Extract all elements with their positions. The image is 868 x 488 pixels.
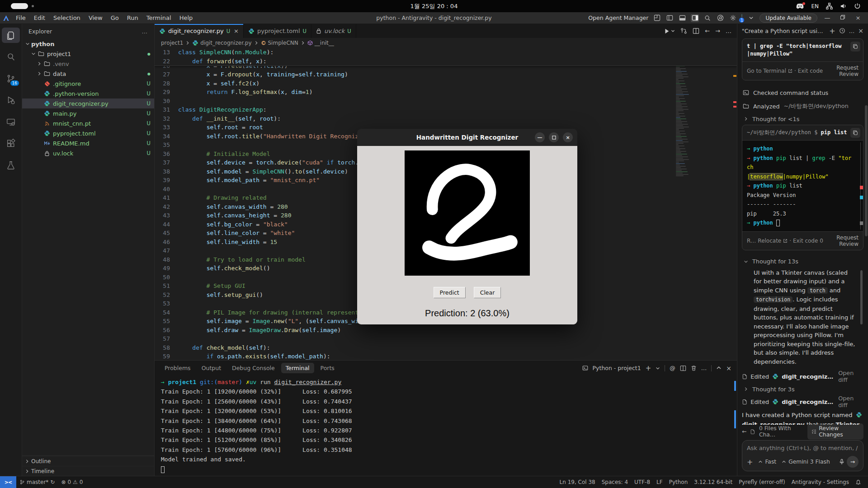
menu-selection[interactable]: Selection: [49, 14, 85, 23]
status-3-12-12-64-bit[interactable]: 3.12.12 64-bit: [691, 479, 736, 485]
status-spaces-4[interactable]: Spaces: 4: [599, 479, 631, 485]
section-outline[interactable]: Outline: [22, 456, 154, 466]
thought-row[interactable]: Thought for <1s: [742, 113, 863, 125]
tree-item-.gitignore[interactable]: .gitignoreU: [22, 79, 154, 89]
tree-item-mnist_cnn.pt[interactable]: mnist_cnn.ptU: [22, 118, 154, 128]
tree-item-main.py[interactable]: main.pyU: [22, 108, 154, 118]
compare-changes-icon[interactable]: [680, 28, 687, 34]
remote-indicator[interactable]: ><: [0, 476, 16, 488]
relocate-link[interactable]: Relocate: [758, 238, 781, 244]
panel-more-icon[interactable]: …: [701, 365, 707, 371]
git-branch-item[interactable]: master* ↻: [16, 476, 58, 488]
terminal-output[interactable]: → project1 git:(master) ✗uv run digit_re…: [155, 375, 737, 474]
dialog-maximize-button[interactable]: [549, 132, 559, 142]
tree-item-digit_recognizer.py[interactable]: digit_recognizer.pyU: [22, 99, 154, 108]
files-changed-label[interactable]: 0 Files With Cha…: [759, 425, 804, 438]
at-icon[interactable]: @: [670, 365, 675, 371]
toggle-right-sidebar-icon[interactable]: [691, 14, 699, 22]
navigate-back-icon[interactable]: ←: [705, 28, 710, 34]
tab-uv.lock[interactable]: uv.lockU: [311, 24, 356, 38]
edited-file-row[interactable]: Edited digit_recognizer.py Open diff: [742, 370, 863, 383]
split-editor-icon[interactable]: [693, 28, 699, 34]
tree-item-python[interactable]: python: [22, 39, 154, 49]
dialog-minimize-button[interactable]: —: [535, 132, 545, 142]
explorer-more-icon[interactable]: …: [142, 28, 148, 35]
menu-edit[interactable]: Edit: [30, 14, 49, 23]
mic-icon[interactable]: [839, 459, 845, 465]
panel-tab-terminal[interactable]: Terminal: [281, 363, 314, 373]
discord-icon[interactable]: [796, 3, 804, 9]
search-icon[interactable]: [703, 14, 712, 22]
section-timeline[interactable]: Timeline: [22, 466, 154, 476]
keyboard-layout[interactable]: EN: [811, 3, 819, 9]
breadcrumb-__init__[interactable]: __init__: [307, 40, 334, 46]
breadcrumb-project1[interactable]: project1: [161, 40, 183, 46]
terminal-profile-label[interactable]: Python - project1: [593, 365, 641, 371]
volume-icon[interactable]: [840, 3, 847, 9]
status-lf[interactable]: LF: [653, 479, 666, 485]
tab-digit_recognizer.py[interactable]: digit_recognizer.pyU×: [155, 24, 244, 38]
send-button[interactable]: →: [847, 456, 859, 468]
clock[interactable]: 1월 25일 20 : 04: [410, 2, 458, 10]
embedded-terminal[interactable]: → python→ python pip list | grep -E "tor…: [742, 140, 863, 231]
breadcrumb[interactable]: project1digit_recognizer.pySimpleCNN__in…: [155, 38, 737, 48]
new-conversation-icon[interactable]: +: [829, 27, 835, 35]
tree-item-.python-version[interactable]: .python-versionU: [22, 89, 154, 99]
network-icon[interactable]: [826, 3, 833, 9]
new-terminal-icon[interactable]: +: [646, 364, 651, 372]
history-icon[interactable]: [839, 28, 845, 34]
layout-grid-icon[interactable]: [653, 14, 661, 22]
status-utf-8[interactable]: UTF-8: [631, 479, 653, 485]
menu-view[interactable]: View: [85, 14, 107, 23]
toggle-left-sidebar-icon[interactable]: [665, 14, 674, 22]
thought-row[interactable]: Thought for 3s: [742, 383, 863, 395]
drawing-canvas[interactable]: [405, 150, 530, 276]
workspace-pill[interactable]: [11, 3, 28, 9]
model-selector[interactable]: Gemini 3 Flash: [782, 459, 830, 465]
sync-icon[interactable]: ↻: [50, 479, 55, 485]
review-changes-button[interactable]: Review Changes: [807, 423, 863, 440]
thought-scrollbar[interactable]: [860, 270, 863, 324]
agent-scrollbar[interactable]: [865, 105, 868, 236]
digit-recognizer-window[interactable]: Handwritten Digit Recognizer — × Predict…: [357, 129, 577, 324]
clear-button[interactable]: Clear: [474, 287, 501, 298]
kill-terminal-icon[interactable]: [691, 365, 697, 371]
thought-row-expanded[interactable]: Thought for 13s: [742, 256, 863, 267]
dialog-title-bar[interactable]: Handwritten Digit Recognizer — ×: [357, 129, 577, 146]
predict-button[interactable]: Predict: [434, 287, 466, 298]
tree-item-pyproject.toml[interactable]: pyproject.tomlU: [22, 128, 154, 138]
close-panel-icon[interactable]: ×: [726, 365, 731, 372]
antigravity-logo-icon[interactable]: [0, 15, 12, 21]
minimap[interactable]: [676, 48, 690, 197]
panel-tab-debug-console[interactable]: Debug Console: [227, 363, 279, 373]
tab-pyproject.toml[interactable]: pyproject.tomlU: [244, 24, 311, 38]
breadcrumb-digit_recognizer.py[interactable]: digit_recognizer.py: [192, 40, 251, 46]
menu-help[interactable]: Help: [175, 14, 197, 23]
restore-button[interactable]: [837, 14, 848, 21]
agent-step[interactable]: Analyzed~/바탕화면/dev/python: [742, 99, 863, 113]
menu-run[interactable]: Run: [123, 14, 142, 23]
extensions-icon[interactable]: [2, 136, 20, 151]
remote-explorer-icon[interactable]: [2, 114, 20, 130]
panel-tab-ports[interactable]: Ports: [316, 363, 339, 373]
explorer-icon[interactable]: [2, 28, 20, 43]
chevron-down-icon[interactable]: [747, 14, 755, 22]
conversation-more-icon[interactable]: …: [849, 28, 855, 34]
open-diff-link[interactable]: Open diff: [838, 395, 863, 408]
update-available-button[interactable]: Update Available: [760, 14, 817, 23]
conversation-title[interactable]: "Create a Python script using Tki...: [742, 28, 826, 34]
menu-terminal[interactable]: Terminal: [142, 14, 175, 23]
status-python[interactable]: Python: [666, 479, 691, 485]
close-agent-icon[interactable]: ×: [858, 27, 863, 34]
panel-tab-output[interactable]: Output: [197, 363, 226, 373]
run-python-file-icon[interactable]: [664, 28, 675, 34]
tree-item-.venv[interactable]: .venv: [22, 59, 154, 69]
panel-tab-problems[interactable]: Problems: [160, 363, 195, 373]
tree-item-README.md[interactable]: README.mdU: [22, 138, 154, 148]
close-tab-icon[interactable]: ×: [234, 28, 239, 34]
close-window-button[interactable]: ×: [853, 14, 863, 21]
source-control-icon[interactable]: 16: [2, 71, 20, 86]
problems-item[interactable]: ⊗0 ⚠0: [58, 476, 86, 488]
attach-icon[interactable]: +: [747, 458, 753, 466]
request-review-button[interactable]: Request Review: [830, 65, 859, 77]
